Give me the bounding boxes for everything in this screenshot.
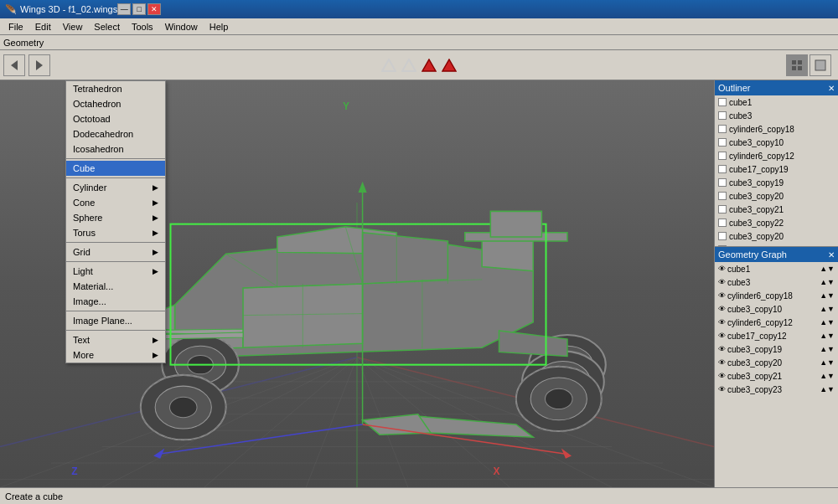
outliner-title: Outliner — [718, 83, 751, 93]
outliner-item[interactable]: cube3 — [715, 109, 838, 122]
geo-graph-item[interactable]: 👁 cube3_copy19 ▲▼ — [715, 342, 838, 356]
geometry-graph-header: Geometry Graph ✕ — [715, 247, 838, 262]
eye-icon: 👁 — [718, 318, 726, 327]
viewport[interactable]: X Y Z Tetrahedron Octahedron Octotoad Do… — [0, 80, 714, 487]
minimize-button[interactable]: — — [117, 3, 131, 15]
menu-text[interactable]: Text▶ — [66, 332, 165, 347]
svg-point-53 — [546, 388, 573, 409]
item-checkbox[interactable] — [718, 125, 727, 133]
geo-graph-item[interactable]: 👁 cube3_copy21 ▲▼ — [715, 369, 838, 383]
menu-cube[interactable]: Cube — [66, 161, 165, 176]
item-checkbox[interactable] — [718, 152, 727, 160]
outliner-close-button[interactable]: ✕ — [828, 84, 835, 93]
geo-graph-item[interactable]: 👁 cube17_copy12 ▲▼ — [715, 329, 838, 342]
svg-rect-8 — [792, 66, 796, 70]
svg-marker-1 — [36, 60, 43, 70]
svg-rect-10 — [815, 60, 825, 70]
menu-help[interactable]: Help — [204, 20, 234, 33]
tri-icon-4 — [442, 59, 457, 72]
menu-cylinder[interactable]: Cylinder▶ — [66, 180, 165, 195]
geometry-graph-title: Geometry Graph — [718, 249, 787, 260]
item-checkbox[interactable] — [718, 165, 727, 173]
outliner-item[interactable]: cylinder6_copy12 — [715, 149, 838, 162]
eye-icon: 👁 — [718, 265, 726, 273]
view-mode-btn-2[interactable] — [810, 54, 831, 76]
menu-octahedron[interactable]: Octahedron — [66, 96, 165, 111]
axis-y-label: Y — [343, 100, 349, 112]
toolbar — [0, 50, 838, 80]
outliner-item[interactable]: cube3_copy19 — [715, 176, 838, 189]
separator-2 — [66, 177, 165, 178]
item-checkbox[interactable] — [718, 98, 727, 106]
geo-graph-item[interactable]: 👁 cylinder6_copy18 ▲▼ — [715, 289, 838, 302]
main-area: X Y Z Tetrahedron Octahedron Octotoad Do… — [0, 80, 838, 487]
eye-icon: 👁 — [718, 305, 726, 313]
outliner-item[interactable]: cube3_copy20 — [715, 189, 838, 203]
geo-graph-item[interactable]: 👁 cube3_copy20 ▲▼ — [715, 356, 838, 369]
menu-tetrahedron[interactable]: Tetrahedron — [66, 81, 165, 96]
outliner-item[interactable]: cube3_copy22 — [715, 216, 838, 229]
geometry-graph-list[interactable]: 👁 cube1 ▲▼ 👁 cube3 ▲▼ 👁 cylinder6_copy18… — [715, 262, 838, 396]
svg-marker-4 — [422, 59, 436, 71]
geo-graph-item[interactable]: 👁 cube3 ▲▼ — [715, 275, 838, 289]
geo-graph-item[interactable]: 👁 cube3_copy23 ▲▼ — [715, 383, 838, 396]
separator-4 — [66, 261, 165, 262]
statusbar: Create a cube — [0, 487, 838, 504]
svg-marker-35 — [482, 237, 533, 271]
menu-file[interactable]: File — [3, 20, 28, 33]
outliner-item[interactable]: cube3_copy21 — [715, 203, 838, 216]
menu-icosahedron[interactable]: Icosahedron — [66, 141, 165, 157]
geometry-graph-close-button[interactable]: ✕ — [828, 250, 835, 260]
menu-window[interactable]: Window — [160, 20, 203, 33]
item-checkbox[interactable] — [718, 138, 727, 147]
outliner-item[interactable]: cylinder6_copy18 — [715, 122, 838, 136]
geo-graph-item[interactable]: 👁 cube3_copy10 ▲▼ — [715, 302, 838, 316]
item-checkbox[interactable] — [718, 192, 727, 200]
menu-view[interactable]: View — [58, 20, 88, 33]
outliner-header: Outliner ✕ — [715, 80, 838, 95]
titlebar-title: Wings 3D - f1_02.wings — [20, 4, 117, 14]
svg-marker-2 — [382, 59, 396, 71]
item-checkbox[interactable] — [718, 111, 727, 120]
item-checkbox[interactable] — [718, 232, 727, 240]
outliner-item[interactable]: cube3_copy10 — [715, 136, 838, 149]
menu-octotoad[interactable]: Octotoad — [66, 111, 165, 126]
svg-rect-7 — [798, 60, 802, 64]
menu-material[interactable]: Material... — [66, 279, 165, 294]
menu-dodecahedron[interactable]: Dodecahedron — [66, 126, 165, 141]
geo-graph-item[interactable]: 👁 cube1 ▲▼ — [715, 262, 838, 275]
svg-marker-58 — [490, 212, 541, 238]
menu-light[interactable]: Light▶ — [66, 264, 165, 279]
toolbar-back-button[interactable] — [3, 54, 25, 76]
item-checkbox[interactable] — [718, 205, 727, 213]
menu-edit[interactable]: Edit — [30, 20, 56, 33]
menu-grid[interactable]: Grid▶ — [66, 244, 165, 260]
geo-graph-item[interactable]: 👁 cylinder6_copy12 ▲▼ — [715, 316, 838, 329]
menu-sphere[interactable]: Sphere▶ — [66, 210, 165, 225]
menu-more[interactable]: More▶ — [66, 347, 165, 363]
tri-icon-2 — [401, 59, 416, 72]
item-checkbox[interactable] — [718, 219, 727, 227]
menu-tools[interactable]: Tools — [127, 20, 158, 33]
menu-image-plane[interactable]: Image Plane... — [66, 313, 165, 328]
outliner-list[interactable]: cube1 cube3 cylinder6_copy18 cube3_copy1… — [715, 95, 838, 246]
axis-x-label: X — [493, 465, 499, 477]
separator-3 — [66, 242, 165, 243]
separator-1 — [66, 158, 165, 159]
close-button[interactable]: ✕ — [147, 3, 161, 15]
item-checkbox[interactable] — [718, 178, 727, 187]
menu-torus[interactable]: Torus▶ — [66, 225, 165, 240]
dropdown-menu: Tetrahedron Octahedron Octotoad Dodecahe… — [65, 80, 166, 363]
view-mode-btn-1[interactable] — [786, 54, 808, 76]
outliner-item[interactable]: cube3_copy20 — [715, 229, 838, 243]
outliner-item[interactable]: cube17_copy19 — [715, 162, 838, 176]
scene-background: X Y Z Tetrahedron Octahedron Octotoad Do… — [0, 80, 714, 487]
menu-cone[interactable]: Cone▶ — [66, 195, 165, 210]
menu-select[interactable]: Select — [89, 20, 125, 33]
svg-marker-56 — [499, 331, 567, 357]
toolbar-forward-button[interactable] — [28, 54, 50, 76]
menu-image[interactable]: Image... — [66, 294, 165, 309]
maximize-button[interactable]: □ — [132, 3, 146, 15]
eye-icon: 👁 — [718, 372, 726, 380]
outliner-item[interactable]: cube1 — [715, 95, 838, 109]
